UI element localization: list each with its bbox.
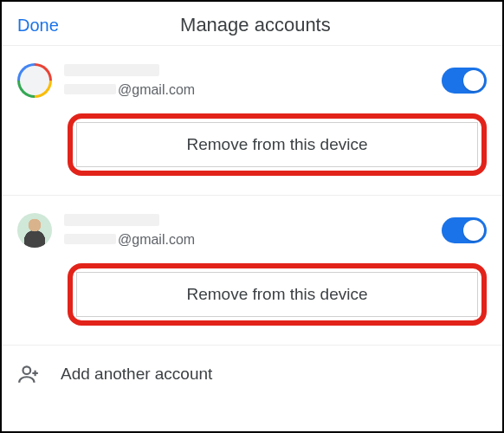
svg-point-0: [23, 366, 31, 374]
account-name-redacted: [64, 214, 159, 226]
account-info: @gmail.com: [64, 214, 430, 248]
header: Done Manage accounts: [2, 2, 502, 45]
account-name-redacted: [64, 64, 159, 76]
email-prefix-redacted: [64, 84, 116, 94]
person-add-icon: [17, 363, 40, 385]
account-toggle[interactable]: [442, 68, 487, 94]
account-info: @gmail.com: [64, 64, 430, 98]
account-item: @gmail.com Remove from this device: [2, 45, 502, 195]
add-account-label: Add another account: [61, 365, 212, 384]
avatar: [17, 213, 52, 248]
avatar: [17, 63, 52, 98]
account-email: @gmail.com: [64, 231, 430, 248]
email-domain: @gmail.com: [118, 231, 195, 246]
account-item: @gmail.com Remove from this device: [2, 195, 502, 345]
account-row: @gmail.com: [17, 63, 487, 98]
page-title: Manage accounts: [24, 14, 487, 36]
add-another-account-button[interactable]: Add another account: [2, 345, 502, 403]
remove-from-device-button[interactable]: Remove from this device: [76, 122, 478, 167]
account-toggle[interactable]: [442, 217, 487, 243]
email-prefix-redacted: [64, 234, 116, 244]
account-email: @gmail.com: [64, 81, 430, 98]
highlight-ring: Remove from this device: [68, 263, 487, 326]
email-domain: @gmail.com: [118, 81, 195, 96]
highlight-ring: Remove from this device: [68, 113, 487, 176]
account-row: @gmail.com: [17, 213, 487, 248]
remove-from-device-button[interactable]: Remove from this device: [76, 272, 478, 317]
